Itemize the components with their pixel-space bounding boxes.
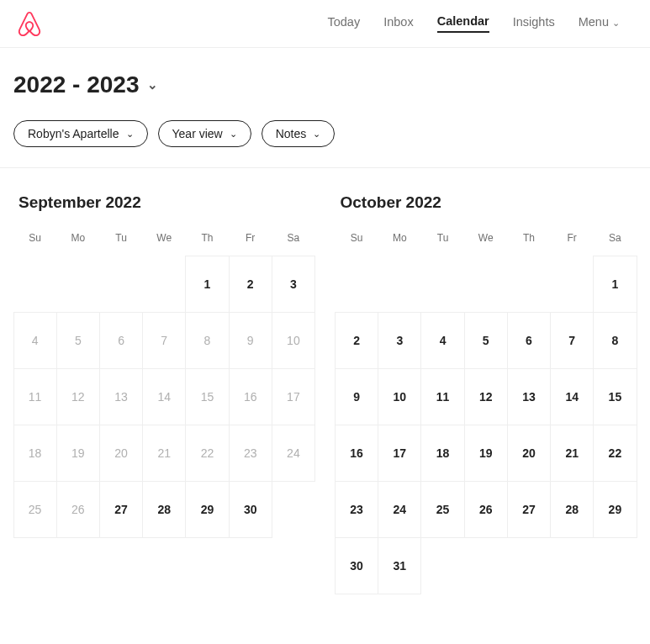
empty-cell <box>378 256 421 313</box>
day-cell[interactable]: 8 <box>593 312 637 369</box>
day-cell[interactable]: 18 <box>13 425 57 482</box>
day-cell[interactable]: 26 <box>464 481 508 538</box>
day-cell[interactable]: 15 <box>593 368 637 425</box>
day-cell[interactable]: 31 <box>378 537 421 594</box>
day-cell[interactable]: 2 <box>229 256 272 313</box>
empty-cell <box>99 256 143 313</box>
day-cell[interactable]: 13 <box>507 368 551 425</box>
day-cell[interactable]: 1 <box>593 256 637 313</box>
day-cell[interactable]: 5 <box>56 312 100 369</box>
dow-label: We <box>464 229 507 247</box>
day-cell[interactable]: 27 <box>99 481 143 538</box>
day-cell[interactable]: 24 <box>272 425 315 482</box>
day-cell[interactable]: 15 <box>185 368 229 425</box>
listing-filter-label: Robyn's Apartelle <box>28 127 119 140</box>
day-cell[interactable]: 3 <box>378 312 421 369</box>
day-cell[interactable]: 27 <box>507 481 551 538</box>
day-cell[interactable]: 29 <box>593 481 637 538</box>
dow-row: SuMoTuWeThFrSa <box>336 229 637 247</box>
year-range-label: 2022 - 2023 <box>13 71 139 98</box>
day-cell[interactable]: 10 <box>378 368 421 425</box>
day-cell[interactable]: 19 <box>56 425 100 482</box>
dow-label: Th <box>186 229 229 247</box>
day-cell[interactable]: 4 <box>420 312 464 369</box>
notes-filter-label: Notes <box>276 127 307 140</box>
empty-cell <box>335 256 378 313</box>
day-cell[interactable]: 19 <box>464 425 508 482</box>
months-container: September 2022SuMoTuWeThFrSa123456789101… <box>13 193 637 594</box>
chevron-down-icon: ⌄ <box>612 18 620 28</box>
day-cell[interactable]: 2 <box>335 312 378 369</box>
day-cell[interactable]: 17 <box>378 425 421 482</box>
empty-cell <box>420 256 464 313</box>
day-cell[interactable]: 4 <box>13 312 57 369</box>
dow-label: Tu <box>421 229 464 247</box>
day-cell[interactable]: 22 <box>593 425 637 482</box>
month-title: October 2022 <box>336 193 637 212</box>
day-cell[interactable]: 30 <box>335 537 378 594</box>
day-cell[interactable]: 5 <box>464 312 508 369</box>
dow-label: Sa <box>594 229 637 247</box>
day-cell[interactable]: 12 <box>464 368 508 425</box>
day-cell[interactable]: 25 <box>13 481 57 538</box>
day-cell[interactable]: 8 <box>185 312 229 369</box>
day-cell[interactable]: 25 <box>420 481 464 538</box>
day-cell[interactable]: 9 <box>335 368 378 425</box>
empty-cell <box>56 256 100 313</box>
day-cell[interactable]: 14 <box>550 368 594 425</box>
view-filter-label: Year view <box>172 127 223 140</box>
dow-label: We <box>143 229 186 247</box>
nav-today[interactable]: Today <box>327 15 360 32</box>
day-cell[interactable]: 14 <box>142 368 186 425</box>
day-cell[interactable]: 7 <box>142 312 186 369</box>
day-cell[interactable]: 11 <box>13 368 57 425</box>
day-cell[interactable]: 28 <box>550 481 594 538</box>
day-cell[interactable]: 17 <box>272 368 315 425</box>
nav-inbox[interactable]: Inbox <box>383 15 413 32</box>
day-cell[interactable]: 26 <box>56 481 100 538</box>
empty-cell <box>142 256 186 313</box>
day-cell[interactable]: 16 <box>335 425 378 482</box>
day-cell[interactable]: 30 <box>229 481 272 538</box>
empty-cell <box>507 256 551 313</box>
day-cell[interactable]: 21 <box>550 425 594 482</box>
day-cell[interactable]: 3 <box>272 256 315 313</box>
nav-calendar[interactable]: Calendar <box>437 14 489 33</box>
nav-menu[interactable]: Menu⌄ <box>579 15 620 32</box>
day-cell[interactable]: 1 <box>185 256 229 313</box>
day-cell[interactable]: 6 <box>507 312 551 369</box>
day-cell[interactable]: 12 <box>56 368 100 425</box>
month: October 2022SuMoTuWeThFrSa12345678910111… <box>336 193 637 594</box>
day-cell[interactable]: 7 <box>550 312 594 369</box>
dow-label: Sa <box>272 229 314 247</box>
top-nav: TodayInboxCalendarInsightsMenu⌄ <box>0 0 650 48</box>
empty-cell <box>464 256 508 313</box>
day-cell[interactable]: 20 <box>99 425 143 482</box>
month-title: September 2022 <box>13 193 315 212</box>
day-cell[interactable]: 23 <box>335 481 378 538</box>
day-cell[interactable]: 23 <box>229 425 272 482</box>
chevron-down-icon: ⌄ <box>147 77 158 92</box>
view-filter[interactable]: Year view ⌄ <box>158 120 251 147</box>
day-cell[interactable]: 18 <box>420 425 464 482</box>
day-cell[interactable]: 20 <box>507 425 551 482</box>
listing-filter[interactable]: Robyn's Apartelle ⌄ <box>13 120 148 147</box>
year-range-selector[interactable]: 2022 - 2023 ⌄ <box>13 71 637 98</box>
day-cell[interactable]: 16 <box>229 368 272 425</box>
day-cell[interactable]: 24 <box>378 481 421 538</box>
notes-filter[interactable]: Notes ⌄ <box>262 120 336 147</box>
day-cell[interactable]: 21 <box>142 425 186 482</box>
day-cell[interactable]: 10 <box>272 312 315 369</box>
day-cell[interactable]: 11 <box>420 368 464 425</box>
day-cell[interactable]: 9 <box>229 312 272 369</box>
day-cell[interactable]: 13 <box>99 368 143 425</box>
day-cell[interactable]: 29 <box>185 481 229 538</box>
nav-insights[interactable]: Insights <box>513 15 555 32</box>
day-cell[interactable]: 6 <box>99 312 143 369</box>
filter-row: Robyn's Apartelle ⌄ Year view ⌄ Notes ⌄ <box>13 120 637 147</box>
airbnb-logo-icon[interactable] <box>17 10 42 37</box>
dow-label: Mo <box>56 229 99 247</box>
dow-label: Tu <box>99 229 142 247</box>
day-cell[interactable]: 28 <box>142 481 186 538</box>
day-cell[interactable]: 22 <box>185 425 229 482</box>
